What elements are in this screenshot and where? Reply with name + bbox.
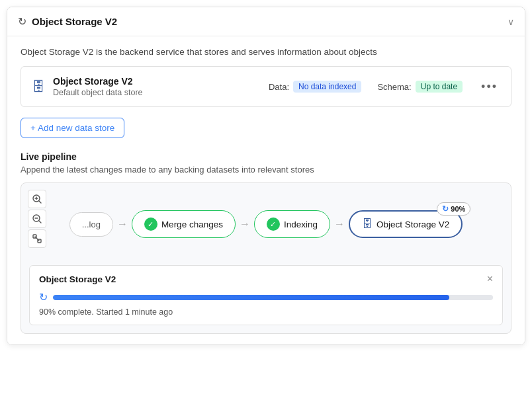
db-icon-storage: 🗄 bbox=[362, 218, 373, 230]
pipeline-flow: ...log → ✓ Merge changes → ✓ Indexing → … bbox=[29, 191, 503, 257]
spin-icon: ↻ bbox=[442, 204, 449, 214]
progress-panel-header: Object Storage V2 × bbox=[39, 274, 493, 284]
refresh-icon-progress: ↻ bbox=[39, 291, 48, 303]
svg-line-1 bbox=[39, 201, 42, 204]
pipeline-controls bbox=[28, 190, 46, 248]
schema-status-item: Schema: Up to date bbox=[377, 81, 463, 93]
check-icon-indexing: ✓ bbox=[267, 218, 280, 231]
data-store-card: 🗄 Object Storage V2 Default object data … bbox=[21, 66, 511, 107]
arrow-2: → bbox=[240, 218, 250, 230]
add-data-store-button[interactable]: + Add new data store bbox=[21, 118, 124, 138]
progress-percent: 90% bbox=[451, 205, 465, 213]
progress-bar-wrap: ↻ bbox=[39, 291, 493, 303]
pipeline-node-merge: ✓ Merge changes bbox=[132, 210, 236, 238]
close-progress-button[interactable]: × bbox=[487, 274, 493, 284]
data-label: Data: bbox=[269, 82, 289, 92]
arrow-3: → bbox=[334, 218, 345, 230]
progress-label: 90% complete. Started 1 minute ago bbox=[39, 307, 493, 317]
zoom-out-button[interactable] bbox=[28, 210, 46, 228]
zoom-in-button[interactable] bbox=[28, 190, 46, 208]
window-title: Object Storage V2 bbox=[32, 16, 117, 27]
pipeline-node-storage[interactable]: 🗄 Object Storage V2 ↻ 90% bbox=[349, 210, 463, 238]
svg-line-9 bbox=[35, 237, 39, 241]
data-store-name: Object Storage V2 bbox=[53, 76, 261, 87]
progress-bar-track bbox=[53, 295, 493, 300]
progress-panel-title: Object Storage V2 bbox=[39, 274, 116, 284]
arrow-1: → bbox=[117, 218, 128, 230]
more-options-button[interactable]: ••• bbox=[478, 77, 500, 97]
section-description: Append the latest changes made to any ba… bbox=[21, 165, 511, 175]
data-store-meta: Data: No data indexed Schema: Up to date… bbox=[269, 77, 500, 97]
fit-button[interactable] bbox=[28, 229, 46, 248]
progress-bar-fill bbox=[53, 295, 449, 300]
section-title: Live pipeline bbox=[21, 151, 511, 162]
pipeline-node-indexing: ✓ Indexing bbox=[254, 210, 330, 238]
main-window: ↻ Object Storage V2 ∨ Object Storage V2 … bbox=[7, 7, 525, 345]
schema-label: Schema: bbox=[377, 82, 411, 92]
main-content: Object Storage V2 is the backend service… bbox=[7, 36, 525, 344]
chevron-down-icon[interactable]: ∨ bbox=[508, 17, 514, 27]
data-store-info: Object Storage V2 Default object data st… bbox=[53, 76, 261, 97]
refresh-icon: ↻ bbox=[18, 15, 26, 28]
title-bar-left: ↻ Object Storage V2 bbox=[18, 15, 117, 28]
progress-panel: Object Storage V2 × ↻ 90% complete. Star… bbox=[29, 265, 503, 325]
pipeline-node-changelog: ...log bbox=[69, 212, 113, 237]
progress-badge: ↻ 90% bbox=[437, 202, 470, 216]
page-description: Object Storage V2 is the backend service… bbox=[21, 47, 511, 57]
check-icon-merge: ✓ bbox=[144, 218, 157, 231]
data-status-item: Data: No data indexed bbox=[269, 81, 361, 93]
schema-status-badge: Up to date bbox=[416, 81, 463, 93]
pipeline-container: ...log → ✓ Merge changes → ✓ Indexing → … bbox=[21, 182, 511, 334]
svg-line-5 bbox=[39, 221, 42, 223]
data-status-badge: No data indexed bbox=[293, 81, 361, 93]
title-bar: ↻ Object Storage V2 ∨ bbox=[7, 7, 525, 36]
database-icon: 🗄 bbox=[32, 79, 45, 95]
data-store-subtitle: Default object data store bbox=[53, 88, 261, 97]
